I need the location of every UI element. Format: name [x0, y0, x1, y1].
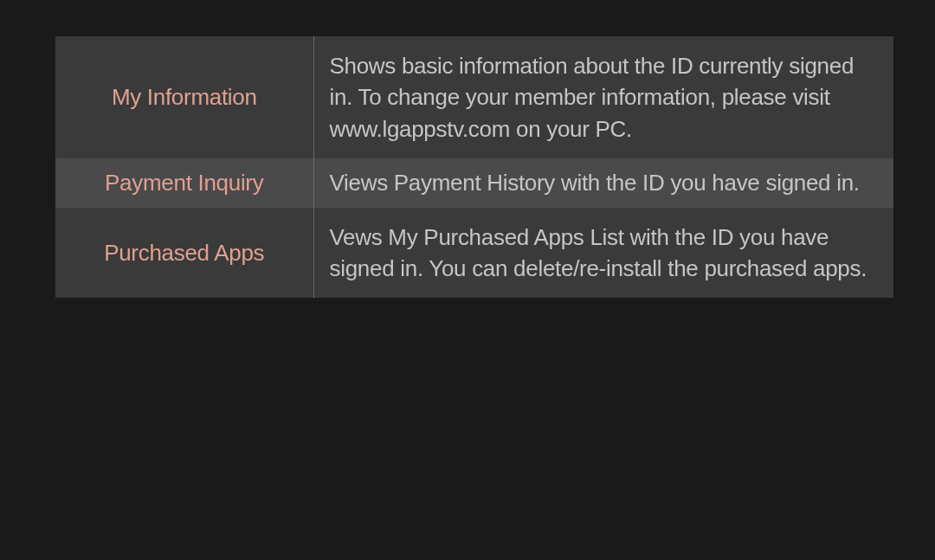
menu-info-table: My Information Shows basic information a…: [55, 36, 893, 298]
menu-item-description: Vews My Purchased Apps List with the ID …: [313, 208, 893, 299]
menu-item-label: My Information: [55, 36, 313, 158]
table-row[interactable]: My Information Shows basic information a…: [55, 36, 893, 158]
menu-item-label: Purchased Apps: [55, 208, 313, 299]
table-row[interactable]: Purchased Apps Vews My Purchased Apps Li…: [55, 208, 893, 299]
menu-item-description: Views Payment History with the ID you ha…: [313, 158, 893, 207]
menu-item-description: Shows basic information about the ID cur…: [313, 36, 893, 158]
table-row[interactable]: Payment Inquiry Views Payment History wi…: [55, 158, 893, 207]
menu-item-label: Payment Inquiry: [55, 158, 313, 207]
